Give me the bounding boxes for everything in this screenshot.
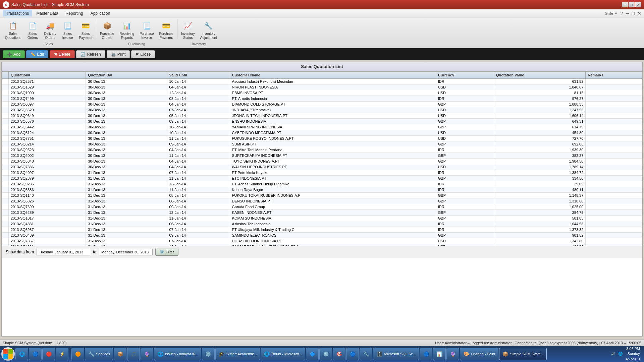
table-row[interactable]: 2013-SQ1140 31-Dec-13 08-Jan-14 FUKOKU T… xyxy=(2,193,642,198)
minimize-app-icon[interactable]: ─ xyxy=(626,11,629,16)
table-row[interactable]: 2013-SQ7699 31-Dec-13 09-Jan-14 Garuda F… xyxy=(2,204,642,210)
table-row[interactable]: 2013-SQ8214 30-Dec-13 09-Jan-14 SUMI ASI… xyxy=(2,141,642,147)
taskbar-app12[interactable]: 🔵 xyxy=(346,348,359,360)
close-button[interactable]: ✖ Close xyxy=(131,50,155,58)
delete-button[interactable]: ✖ Delete xyxy=(50,50,75,58)
taskbar-app8[interactable]: 🔮 xyxy=(141,348,153,360)
table-row[interactable]: 2013-SQ5289 31-Dec-13 12-Jan-14 KASEN IN… xyxy=(2,210,642,216)
toolbar-receiving-reports[interactable]: 📊 ReceivingReports xyxy=(117,19,137,42)
toolbar-inventory-status[interactable]: 📈 InventoryStatus xyxy=(179,19,197,42)
taskbar-vs[interactable]: 🔷 xyxy=(306,348,319,360)
taskbar-app9[interactable]: ⚙️ xyxy=(202,348,215,360)
refresh-button[interactable]: 🔄 Refresh xyxy=(76,50,105,58)
taskbar-ie[interactable]: 🌐 xyxy=(15,348,28,360)
taskbar-services[interactable]: 🔧 Services xyxy=(85,348,113,360)
edit-button[interactable]: ✏️ Edit xyxy=(26,50,48,58)
toolbar-sales-orders[interactable]: 📄 SalesOrders xyxy=(24,19,41,42)
taskbar-app16[interactable]: 🔮 xyxy=(446,348,459,360)
maximize-app-icon[interactable]: □ xyxy=(632,11,635,16)
table-row[interactable]: 2013-SQ1017 31-Dec-13 11-Jan-14 KOMATSU … xyxy=(2,216,642,221)
table-row[interactable]: 2013-SQ1629 30-Dec-13 04-Jan-14 NIHON PL… xyxy=(2,84,642,90)
table-row[interactable]: 2013-SQ5386 31-Dec-13 11-Jan-14 Kebun Ra… xyxy=(2,187,642,193)
table-row[interactable]: 2013-SQ0397 30-Dec-13 04-Jan-14 DIAMOND … xyxy=(2,102,642,107)
table-row[interactable]: 2013-SQ7751 30-Dec-13 11-Jan-14 FUKUSUKE… xyxy=(2,136,642,141)
table-row[interactable]: 2013-SQ5576 30-Dec-13 09-Jan-14 ENSHU IN… xyxy=(2,119,642,124)
date-from-input[interactable] xyxy=(37,249,90,255)
table-row[interactable]: 2013-SQ2571 30-Dec-13 10-Jan-14 Asosiasi… xyxy=(2,79,642,84)
taskbar-paint[interactable]: 🎨 Untitled - Paint xyxy=(460,348,498,360)
table-row[interactable]: 2013-SQ9236 31-Dec-13 13-Jan-14 PT. Ades… xyxy=(2,181,642,187)
toolbar-sales-quotations[interactable]: 📋 SalesQuotations xyxy=(3,19,23,42)
taskbar-app11[interactable]: 🎯 xyxy=(333,348,345,360)
print-button[interactable]: 🖨️ Print xyxy=(107,50,130,58)
svg-rect-3 xyxy=(8,354,13,359)
cell-valid-until: 13-Jan-14 xyxy=(167,181,230,187)
cell-quotation-value: 284.75 xyxy=(494,210,586,216)
toolbar-purchasing-buttons: 📦 PurchaseOrders 📊 ReceivingReports 📃 Pu… xyxy=(98,19,176,42)
taskbar-app10[interactable]: ⚙️ xyxy=(319,348,332,360)
menu-application[interactable]: Application xyxy=(87,10,114,16)
menu-master-data[interactable]: Master Data xyxy=(33,10,61,16)
close-btn[interactable]: ✕ xyxy=(635,2,641,7)
minimize-btn[interactable]: ─ xyxy=(622,2,628,7)
start-button[interactable] xyxy=(1,347,15,361)
scm-icon: 📦 xyxy=(502,351,509,357)
toolbar-purchase-invoice[interactable]: 📃 PurchaseInvoice xyxy=(137,19,156,42)
table-row[interactable]: 2013-SQ0439 31-Dec-13 09-Jan-14 SAMINDO … xyxy=(2,233,642,238)
table-row[interactable]: 2013-SQ4097 31-Dec-13 07-Jan-14 PT Petro… xyxy=(2,170,642,176)
taskbar-app6[interactable]: 📦 xyxy=(114,348,126,360)
table-row[interactable]: 2013-SQ7499 30-Dec-13 08-Jan-14 PT. Arno… xyxy=(2,96,642,102)
table-row[interactable]: 2013-SQ2879 31-Dec-13 11-Jan-14 ETC INDO… xyxy=(2,176,642,181)
menu-reporting[interactable]: Reporting xyxy=(62,10,87,16)
table-row[interactable]: 2013-SQ5987 31-Dec-13 07-Jan-14 PT Ultra… xyxy=(2,227,642,233)
table-row[interactable]: 2013-SQ5442 30-Dec-13 10-Jan-14 YAMANI S… xyxy=(2,124,642,130)
taskbar-sqlserver[interactable]: 🗄️ Microsoft SQL Se... xyxy=(373,348,419,360)
menu-transactions[interactable]: Transactions xyxy=(3,10,32,16)
table-row[interactable]: 2013-SQ3629 30-Dec-13 07-Jan-14 JNB JAYA… xyxy=(2,107,642,113)
cell-remarks xyxy=(586,113,642,119)
table-container[interactable]: Quotation# Quotation Dat Valid Until Cus… xyxy=(2,71,642,246)
taskbar-app3[interactable]: 🔴 xyxy=(42,348,55,360)
table-row[interactable]: 2013-SQ1090 30-Dec-13 12-Jan-14 EBMS INV… xyxy=(2,90,642,96)
window-controls[interactable]: ─ □ ✕ xyxy=(622,2,641,7)
app-logo: S xyxy=(3,1,9,8)
taskbar-biruni[interactable]: 🌐 Biruni - Microsoft... xyxy=(261,348,306,360)
close-app-icon[interactable]: ✕ xyxy=(637,11,641,16)
taskbar-akademik[interactable]: 🎓 SistemAkademik... xyxy=(215,348,260,360)
toolbar-sales-invoice[interactable]: 📃 SalesInvoice xyxy=(59,19,76,42)
toolbar-delivery-orders[interactable]: 🚚 DeliveryOrders xyxy=(42,19,58,42)
table-row[interactable]: 2013-SQ7386 30-Dec-13 04-Jan-14 WALSIN L… xyxy=(2,164,642,170)
add-button[interactable]: ➕ Add xyxy=(3,50,25,58)
maximize-btn[interactable]: □ xyxy=(629,2,635,7)
taskbar-app4[interactable]: ⚡ xyxy=(56,348,68,360)
table-row[interactable]: 2013-SQ5348 30-Dec-13 04-Jan-14 TOYO SEI… xyxy=(2,159,642,164)
date-to-input[interactable] xyxy=(99,249,153,255)
taskbar-issues[interactable]: 🌐 Issues - hidayat36... xyxy=(154,348,201,360)
toolbar-sales-payment[interactable]: 💳 SalesPayment xyxy=(77,19,95,42)
help-icon[interactable]: ? xyxy=(621,11,623,16)
table-row[interactable]: 2013-SQ6826 31-Dec-13 08-Jan-14 DENSO IN… xyxy=(2,198,642,204)
toolbar-purchase-orders[interactable]: 📦 PurchaseOrders xyxy=(98,19,116,42)
toolbar-inventory-adjustment[interactable]: 🔧 InventoryAdjustment xyxy=(198,19,219,42)
table-row[interactable]: 2013-SQ0649 30-Dec-13 05-Jan-14 JEONG IN… xyxy=(2,113,642,119)
cell-quotation-value: 631.52 xyxy=(494,79,586,84)
table-row[interactable]: 2013-SQ9523 30-Dec-13 04-Jan-14 PT. Mitr… xyxy=(2,147,642,153)
app4-icon: ⚡ xyxy=(59,351,65,357)
taskbar-app2[interactable]: 🔵 xyxy=(29,348,42,360)
filter-button[interactable]: ⚙️ Filter xyxy=(155,248,178,256)
table-row[interactable]: 2013-SQ4831 31-Dec-13 06-Jan-14 Asiosias… xyxy=(2,221,642,227)
taskbar-app14[interactable]: 🔵 xyxy=(420,348,432,360)
taskbar-scm[interactable]: 📦 Simple SCM Syste... xyxy=(499,348,547,360)
toolbar-purchase-payment[interactable]: 💳 PurchasePayment xyxy=(157,19,175,42)
table-row[interactable]: 2013-SQ2002 30-Dec-13 11-Jan-14 SURTECKA… xyxy=(2,153,642,159)
taskbar-app13[interactable]: 🔧 xyxy=(360,348,372,360)
cell-quotation-num: 2013-SQ1017 xyxy=(9,216,86,221)
taskbar-app7[interactable]: 🎵 xyxy=(127,348,140,360)
table-row[interactable]: 2013-SQ7857 31-Dec-13 07-Jan-14 HIGASHIF… xyxy=(2,238,642,244)
receiving-reports-icon: 📊 xyxy=(121,20,132,31)
cell-valid-until: 08-Jan-14 xyxy=(167,198,230,204)
cell-valid-until: 08-Jan-14 xyxy=(167,193,230,198)
taskbar-app15[interactable]: 📊 xyxy=(433,348,446,360)
table-row[interactable]: 2013-SQ5124 30-Dec-13 10-Jan-14 CYBERIND… xyxy=(2,130,642,136)
taskbar-app5[interactable]: 🟠 xyxy=(71,348,84,360)
